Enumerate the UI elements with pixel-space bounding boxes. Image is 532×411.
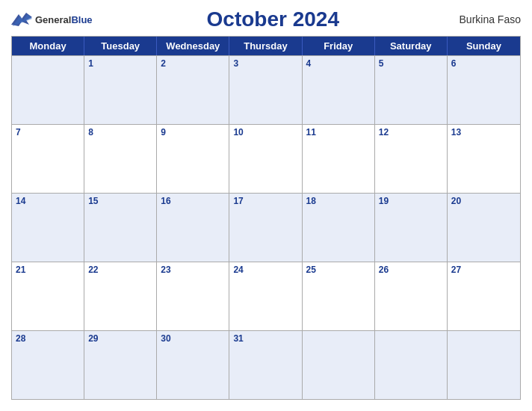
calendar-week-row: 14151617181920 [12, 193, 520, 262]
weekday-header-monday: Monday [12, 37, 84, 55]
calendar-day-cell: 6 [448, 56, 520, 124]
calendar-day-cell: 8 [84, 125, 157, 193]
day-number: 29 [88, 333, 152, 344]
day-number: 25 [306, 265, 371, 275]
day-number: 17 [233, 196, 297, 206]
calendar-week-row: 21222324252627 [12, 262, 520, 330]
day-number: 24 [233, 265, 297, 275]
weekday-header-wednesday: Wednesday [157, 37, 229, 55]
day-number: 31 [233, 333, 297, 344]
calendar-day-cell: 23 [157, 262, 229, 330]
calendar-week-row: 78910111213 [12, 124, 520, 193]
calendar-day-cell [375, 331, 448, 399]
calendar-day-cell: 27 [448, 262, 520, 330]
day-number: 6 [451, 58, 516, 69]
day-number: 18 [306, 196, 371, 206]
calendar-day-cell [303, 331, 375, 399]
calendar-day-cell: 14 [12, 194, 84, 262]
calendar: MondayTuesdayWednesdayThursdayFridaySatu… [11, 36, 521, 400]
calendar-day-cell: 17 [229, 194, 302, 262]
day-number: 1 [88, 58, 152, 69]
calendar-day-cell: 26 [375, 262, 448, 330]
logo-blue: Blue [71, 14, 92, 25]
day-number: 15 [88, 196, 152, 206]
day-number: 22 [88, 265, 152, 275]
calendar-body: 1234567891011121314151617181920212223242… [12, 55, 520, 399]
day-number: 20 [451, 196, 516, 206]
day-number: 16 [161, 196, 225, 206]
calendar-day-cell: 25 [303, 262, 375, 330]
day-number: 11 [306, 127, 371, 137]
calendar-day-cell: 1 [84, 56, 157, 124]
day-number: 14 [16, 196, 80, 206]
calendar-day-cell: 7 [12, 125, 84, 193]
calendar-day-cell: 24 [229, 262, 302, 330]
calendar-day-cell: 4 [303, 56, 375, 124]
calendar-day-cell [12, 56, 84, 124]
calendar-day-cell: 20 [448, 194, 520, 262]
country-label: Burkina Faso [454, 13, 521, 25]
calendar-day-cell: 16 [157, 194, 229, 262]
day-number: 12 [379, 127, 443, 137]
calendar-day-cell: 5 [375, 56, 448, 124]
calendar-day-cell: 2 [157, 56, 229, 124]
logo: GeneralBlue [11, 11, 93, 28]
calendar-day-cell: 10 [229, 125, 302, 193]
calendar-day-cell: 15 [84, 194, 157, 262]
weekday-header-sunday: Sunday [448, 37, 520, 55]
calendar-day-cell: 12 [375, 125, 448, 193]
logo-general: General [35, 14, 71, 25]
day-number: 10 [233, 127, 297, 137]
day-number: 3 [233, 58, 297, 69]
calendar-week-row: 28293031 [12, 330, 520, 399]
day-number: 7 [16, 127, 80, 137]
day-number: 9 [161, 127, 225, 137]
calendar-day-cell: 30 [157, 331, 229, 399]
day-number: 21 [16, 265, 80, 275]
weekday-header-friday: Friday [303, 37, 375, 55]
day-number: 23 [161, 265, 225, 275]
calendar-day-cell: 9 [157, 125, 229, 193]
day-number: 30 [161, 333, 225, 344]
calendar-weekday-header: MondayTuesdayWednesdayThursdayFridaySatu… [12, 37, 520, 55]
day-number: 13 [451, 127, 516, 137]
logo-bird-icon [11, 11, 32, 28]
calendar-day-cell: 18 [303, 194, 375, 262]
calendar-week-row: 123456 [12, 55, 520, 124]
calendar-day-cell: 11 [303, 125, 375, 193]
calendar-header: GeneralBlue October 2024 Burkina Faso [11, 7, 521, 31]
calendar-day-cell [448, 331, 520, 399]
calendar-day-cell: 28 [12, 331, 84, 399]
calendar-day-cell: 19 [375, 194, 448, 262]
weekday-header-thursday: Thursday [229, 37, 302, 55]
day-number: 5 [379, 58, 443, 69]
day-number: 27 [451, 265, 516, 275]
calendar-day-cell: 13 [448, 125, 520, 193]
calendar-day-cell: 31 [229, 331, 302, 399]
calendar-day-cell: 22 [84, 262, 157, 330]
day-number: 28 [16, 333, 80, 344]
weekday-header-tuesday: Tuesday [84, 37, 157, 55]
day-number: 4 [306, 58, 371, 69]
month-title: October 2024 [93, 7, 454, 31]
day-number: 26 [379, 265, 443, 275]
logo-text: GeneralBlue [35, 13, 93, 26]
calendar-day-cell: 29 [84, 331, 157, 399]
weekday-header-saturday: Saturday [375, 37, 448, 55]
calendar-day-cell: 21 [12, 262, 84, 330]
calendar-day-cell: 3 [229, 56, 302, 124]
day-number: 19 [379, 196, 443, 206]
day-number: 8 [88, 127, 152, 137]
day-number: 2 [161, 58, 225, 69]
